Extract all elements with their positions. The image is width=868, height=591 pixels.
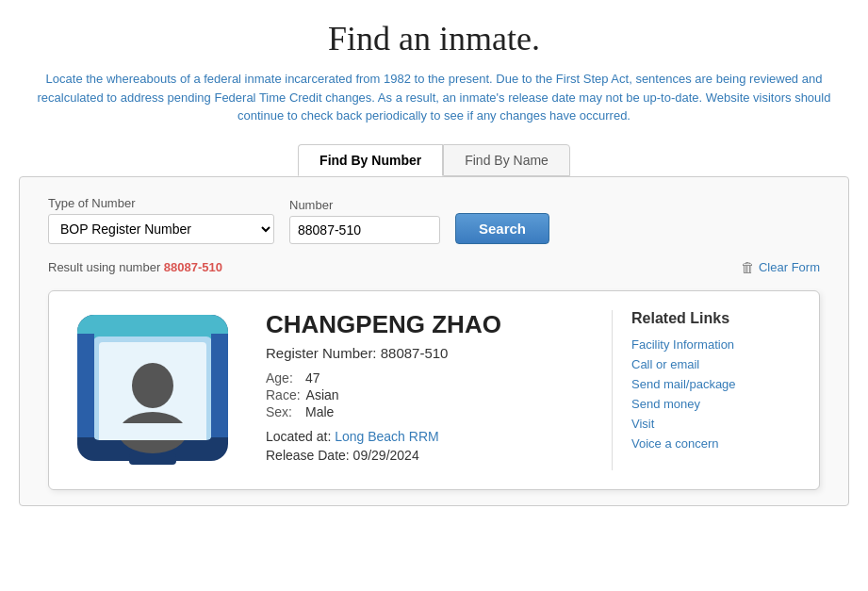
- call-or-email-link[interactable]: Call or email: [631, 357, 699, 371]
- svg-point-5: [132, 363, 173, 408]
- avatar-area: [68, 310, 237, 470]
- register-number: Register Number: 88087-510: [266, 345, 593, 361]
- type-of-number-label: Type of Number: [48, 196, 274, 210]
- number-group: Number: [289, 198, 440, 244]
- search-fields: Type of Number BOP Register Number FBI N…: [48, 196, 820, 244]
- send-mail-link[interactable]: Send mail/package: [631, 377, 736, 391]
- race-row: Race: Asian: [266, 387, 593, 402]
- age-value: 47: [305, 370, 320, 386]
- location-label: Located at:: [266, 429, 331, 444]
- location-link[interactable]: Long Beach RRM: [335, 429, 439, 444]
- page-title: Find an inmate.: [19, 19, 849, 58]
- search-panel: Type of Number BOP Register Number FBI N…: [19, 176, 849, 506]
- release-row: Release Date: 09/29/2024: [266, 448, 593, 463]
- visit-link[interactable]: Visit: [631, 417, 654, 431]
- release-label: Release Date:: [266, 448, 350, 463]
- result-text: Result using number 88087-510: [48, 260, 222, 274]
- sex-value: Male: [305, 404, 334, 419]
- related-links-title: Related Links: [631, 310, 800, 327]
- send-money-link[interactable]: Send money: [631, 397, 700, 411]
- list-item: Visit: [631, 416, 800, 431]
- list-item: Facility Information: [631, 337, 800, 352]
- sex-label: Sex:: [266, 404, 300, 419]
- tabs-row: Find By Number Find By Name: [19, 144, 849, 176]
- inmate-card: CHANGPENG ZHAO Register Number: 88087-51…: [48, 290, 820, 490]
- result-bar: Result using number 88087-510 🗑 Clear Fo…: [48, 255, 820, 287]
- svg-rect-8: [77, 334, 94, 437]
- list-item: Voice a concern: [631, 435, 800, 451]
- register-number-label: Register Number:: [266, 345, 377, 361]
- list-item: Call or email: [631, 356, 800, 371]
- list-item: Send mail/package: [631, 376, 800, 391]
- list-item: Send money: [631, 396, 800, 411]
- race-label: Race:: [266, 387, 301, 402]
- svg-rect-7: [99, 423, 206, 440]
- clear-form-button[interactable]: 🗑 Clear Form: [741, 259, 820, 275]
- age-label: Age:: [266, 370, 300, 386]
- number-input[interactable]: [289, 216, 440, 244]
- search-button[interactable]: Search: [455, 213, 549, 244]
- location-row: Located at: Long Beach RRM: [266, 429, 593, 444]
- svg-rect-9: [211, 334, 228, 437]
- release-date: 09/29/2024: [353, 448, 419, 463]
- related-links-panel: Related Links Facility Information Call …: [612, 310, 800, 470]
- register-number-value: 88087-510: [381, 345, 449, 361]
- svg-rect-10: [129, 453, 176, 465]
- race-value: Asian: [306, 387, 339, 402]
- related-links-list: Facility Information Call or email Send …: [631, 337, 800, 451]
- voice-concern-link[interactable]: Voice a concern: [631, 436, 719, 451]
- type-of-number-select[interactable]: BOP Register Number FBI Number INS Numbe…: [48, 214, 274, 244]
- inmate-name: CHANGPENG ZHAO: [266, 310, 593, 339]
- sex-row: Sex: Male: [266, 404, 593, 419]
- disclaimer-text: Locate the whereabouts of a federal inma…: [29, 70, 840, 125]
- number-label: Number: [289, 198, 440, 212]
- facility-information-link[interactable]: Facility Information: [631, 337, 734, 352]
- type-of-number-group: Type of Number BOP Register Number FBI N…: [48, 196, 274, 244]
- result-number: 88087-510: [164, 260, 222, 274]
- age-row: Age: 47: [266, 370, 593, 386]
- trash-icon: 🗑: [741, 259, 755, 275]
- inmate-info: CHANGPENG ZHAO Register Number: 88087-51…: [256, 310, 593, 470]
- avatar-graphic: [73, 310, 233, 470]
- tab-find-by-name[interactable]: Find By Name: [443, 144, 570, 176]
- clear-form-label: Clear Form: [759, 260, 820, 274]
- tab-find-by-number[interactable]: Find By Number: [298, 144, 443, 176]
- page-wrapper: Find an inmate. Locate the whereabouts o…: [0, 0, 868, 525]
